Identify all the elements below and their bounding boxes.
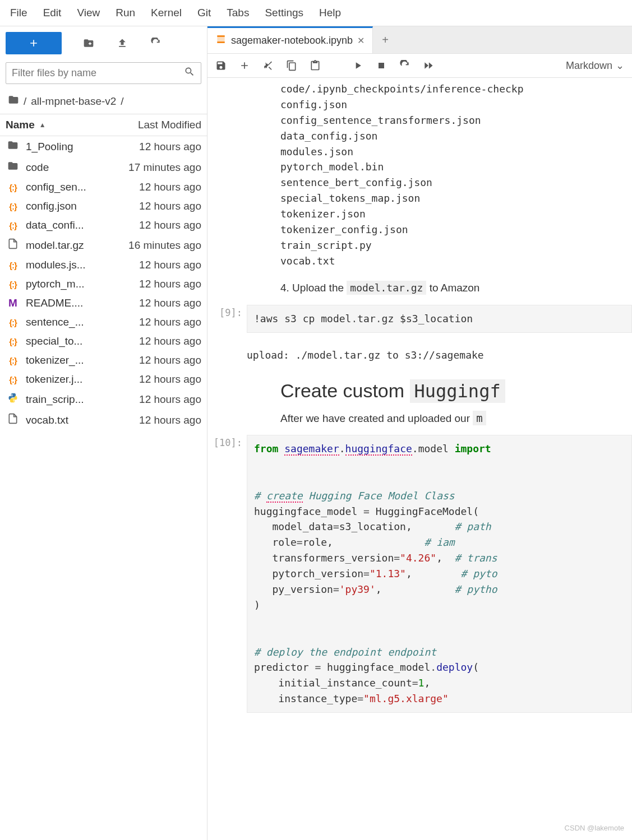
cell-prompt: [9]: — [207, 301, 247, 336]
json-icon: {:} — [6, 375, 20, 384]
file-name: 1_Pooling — [26, 141, 139, 153]
tab-add-button[interactable]: + — [373, 26, 398, 53]
file-name: config.json — [26, 200, 139, 212]
file-row[interactable]: {:}pytorch_m...12 hours ago — [0, 275, 207, 294]
file-name: config_sen... — [26, 181, 139, 193]
file-row[interactable]: vocab.txt12 hours ago — [0, 410, 207, 430]
file-name: code — [26, 161, 128, 174]
breadcrumb-folder[interactable]: all-mpnet-base-v2 — [31, 95, 116, 108]
tab-notebook[interactable]: sagemaker-notebook.ipynb ✕ — [207, 26, 373, 53]
sort-asc-icon: ▲ — [39, 121, 46, 129]
tab-bar: sagemaker-notebook.ipynb ✕ + — [207, 26, 632, 54]
json-icon: {:} — [6, 202, 20, 211]
file-icon — [6, 413, 20, 427]
file-name: modules.js... — [26, 259, 139, 271]
file-row[interactable]: {:}modules.js...12 hours ago — [0, 256, 207, 275]
menu-settings[interactable]: Settings — [257, 3, 311, 22]
paste-button[interactable] — [310, 60, 321, 71]
output-cell: code/.ipynb_checkpoints/inference-checkp… — [207, 78, 632, 272]
code-input[interactable]: !aws s3 cp model.tar.gz $s3_location — [247, 305, 632, 333]
save-button[interactable] — [215, 60, 227, 71]
file-row[interactable]: {:}special_to...12 hours ago — [0, 332, 207, 351]
file-row[interactable]: train_scrip...12 hours ago — [0, 389, 207, 410]
file-name: model.tar.gz — [26, 239, 128, 252]
file-row[interactable]: {:}data_confi...12 hours ago — [0, 216, 207, 235]
menu-kernel[interactable]: Kernel — [143, 3, 190, 22]
file-modified: 12 hours ago — [139, 316, 201, 328]
copy-button[interactable] — [286, 60, 297, 71]
menu-file[interactable]: File — [2, 3, 35, 22]
heading: Create custom Huggingf — [247, 370, 632, 406]
file-row[interactable]: model.tar.gz16 minutes ago — [0, 235, 207, 256]
file-modified: 12 hours ago — [139, 297, 201, 309]
file-modified: 12 hours ago — [139, 278, 201, 290]
json-icon: {:} — [6, 261, 20, 270]
menu-view[interactable]: View — [69, 3, 108, 22]
folder-icon — [8, 94, 19, 108]
filter-input-wrap[interactable] — [6, 62, 201, 84]
menu-run[interactable]: Run — [108, 3, 143, 22]
run-button[interactable] — [352, 60, 363, 71]
restart-run-all-button[interactable] — [423, 60, 434, 71]
breadcrumb[interactable]: / all-mpnet-base-v2 / — [0, 90, 207, 114]
filter-input[interactable] — [12, 67, 184, 79]
file-list: 1_Pooling12 hours agocode17 minutes ago{… — [0, 136, 207, 840]
menu-help[interactable]: Help — [311, 3, 349, 22]
cut-button[interactable] — [262, 60, 274, 71]
json-icon: {:} — [6, 356, 20, 365]
markdown-cell[interactable]: 4. Upload the model.tar.gz to Amazon — [207, 272, 632, 302]
file-modified: 12 hours ago — [139, 393, 201, 406]
inline-code: model.tar.gz — [347, 281, 426, 295]
file-row[interactable]: {:}tokenizer_...12 hours ago — [0, 351, 207, 370]
file-modified: 17 minutes ago — [128, 161, 201, 174]
file-row[interactable]: {:}sentence_...12 hours ago — [0, 313, 207, 332]
file-modified: 16 minutes ago — [128, 239, 201, 252]
file-modified: 12 hours ago — [139, 219, 201, 231]
col-modified[interactable]: Last Modified — [138, 119, 201, 131]
tab-title: sagemaker-notebook.ipynb — [231, 35, 353, 47]
new-launcher-button[interactable] — [6, 32, 62, 54]
notebook-body[interactable]: code/.ipynb_checkpoints/inference-checkp… — [207, 78, 632, 840]
file-row[interactable]: 1_Pooling12 hours ago — [0, 136, 207, 157]
watermark: CSDN @lakemote — [565, 824, 624, 832]
restart-button[interactable] — [399, 60, 410, 71]
file-row[interactable]: MREADME....12 hours ago — [0, 294, 207, 313]
menu-tabs[interactable]: Tabs — [219, 3, 257, 22]
menu-edit[interactable]: Edit — [35, 3, 70, 22]
upload-button[interactable] — [116, 36, 129, 50]
filelist-header: Name ▲ Last Modified — [0, 114, 207, 136]
breadcrumb-sep: / — [121, 95, 123, 108]
file-modified: 12 hours ago — [139, 200, 201, 212]
file-name: special_to... — [26, 335, 139, 347]
md-icon: M — [6, 297, 20, 309]
col-name[interactable]: Name ▲ — [6, 119, 138, 131]
close-icon[interactable]: ✕ — [357, 35, 365, 46]
file-name: data_confi... — [26, 219, 139, 231]
file-name: tokenizer.j... — [26, 373, 139, 386]
code-cell[interactable]: [10]: from sagemaker.huggingface.model i… — [207, 431, 632, 716]
new-folder-button[interactable] — [82, 36, 95, 50]
file-modified: 12 hours ago — [139, 414, 201, 426]
code-input[interactable]: from sagemaker.huggingface.model import … — [247, 435, 632, 713]
menu-git[interactable]: Git — [190, 3, 219, 22]
markdown-cell[interactable]: Create custom Huggingf After we have cre… — [207, 366, 632, 431]
file-name: train_scrip... — [26, 393, 139, 406]
code-cell[interactable]: [9]: !aws s3 cp model.tar.gz $s3_locatio… — [207, 301, 632, 336]
file-browser-sidebar: / all-mpnet-base-v2 / Name ▲ Last Modifi… — [0, 26, 207, 840]
json-icon: {:} — [6, 280, 20, 289]
file-row[interactable]: {:}tokenizer.j...12 hours ago — [0, 370, 207, 389]
file-row[interactable]: code17 minutes ago — [0, 157, 207, 178]
upload-icon — [117, 38, 128, 49]
json-icon: {:} — [6, 318, 20, 327]
plus-icon — [28, 38, 39, 49]
file-row[interactable]: {:}config.json12 hours ago — [0, 197, 207, 216]
refresh-button[interactable] — [149, 36, 163, 50]
cell-type-select[interactable]: Markdown ⌄ — [566, 59, 624, 72]
file-row[interactable]: {:}config_sen...12 hours ago — [0, 178, 207, 197]
stop-button[interactable] — [376, 60, 387, 71]
file-modified: 12 hours ago — [139, 354, 201, 366]
json-icon: {:} — [6, 221, 20, 230]
file-name: README.... — [26, 297, 139, 309]
file-modified: 12 hours ago — [139, 141, 201, 153]
insert-cell-button[interactable] — [239, 60, 250, 71]
